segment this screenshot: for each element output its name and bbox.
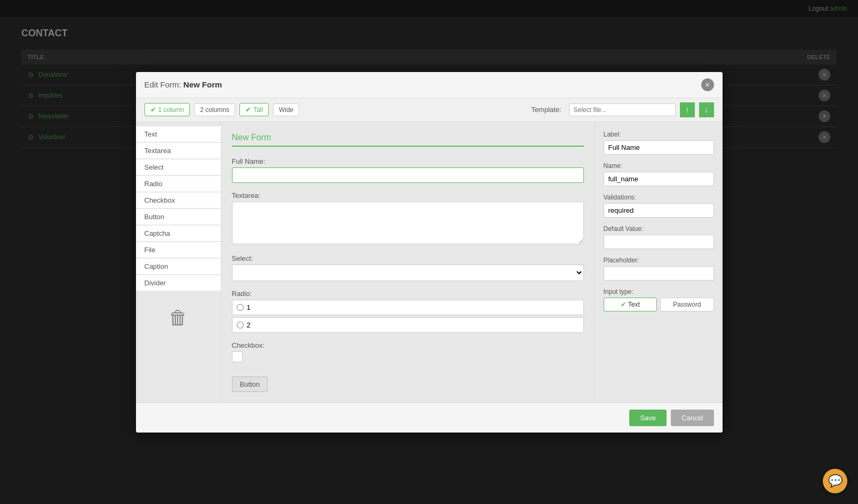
download-button[interactable]: ↓ bbox=[699, 102, 714, 117]
panel-placeholder-group: Placeholder: bbox=[604, 257, 714, 281]
full-name-input[interactable] bbox=[232, 167, 584, 183]
name-field-label: Name: bbox=[604, 162, 714, 170]
sidebar-item-textarea[interactable]: Textarea bbox=[136, 143, 221, 158]
radio-option-1[interactable]: 1 bbox=[232, 300, 584, 315]
panel-input-type-group: Input type: ✔ Text Password bbox=[604, 288, 714, 311]
name-field-input[interactable] bbox=[604, 172, 714, 186]
radio-input-2[interactable] bbox=[237, 322, 244, 329]
form-submit-button[interactable]: Button bbox=[232, 377, 268, 392]
cancel-button[interactable]: Cancel bbox=[671, 410, 713, 426]
select-label: Select: bbox=[232, 254, 584, 262]
modal-close-button[interactable]: × bbox=[701, 78, 714, 91]
modal-header: Edit Form: New Form × bbox=[136, 72, 723, 98]
field-select: Select: bbox=[232, 254, 584, 281]
input-type-password-button[interactable]: Password bbox=[660, 298, 714, 311]
trash-icon: 🗑 bbox=[169, 307, 188, 329]
chat-icon: 💬 bbox=[828, 474, 843, 488]
label-field-label: Label: bbox=[604, 131, 714, 138]
one-column-label: 1 column bbox=[158, 106, 185, 114]
placeholder-input[interactable] bbox=[604, 266, 714, 281]
input-type-label: Input type: bbox=[604, 288, 714, 295]
default-value-input[interactable] bbox=[604, 235, 714, 249]
input-type-text-button[interactable]: ✔ Text bbox=[604, 298, 657, 311]
modal-toolbar: ✔ 1 column 2 columns ✔ Tall Wide Templat… bbox=[136, 98, 723, 122]
modal-title: Edit Form: New Form bbox=[145, 80, 222, 89]
trash-area: 🗑 bbox=[136, 296, 221, 340]
form-title-bar: New Form bbox=[232, 133, 584, 147]
tall-label: Tall bbox=[253, 106, 263, 114]
sidebar-item-captcha[interactable]: Captcha bbox=[136, 226, 221, 241]
panel-label-group: Label: bbox=[604, 131, 714, 155]
sidebar-item-caption[interactable]: Caption bbox=[136, 259, 221, 274]
sidebar-item-checkbox[interactable]: Checkbox bbox=[136, 193, 221, 208]
field-textarea: Textarea: bbox=[232, 191, 584, 246]
sidebar: Text Textarea Select Radio Checkbox Butt… bbox=[136, 122, 221, 403]
checkbox-label: Checkbox: bbox=[232, 341, 584, 349]
select-input[interactable] bbox=[232, 265, 584, 281]
canvas-form-title: New Form bbox=[232, 133, 271, 142]
radio-option-2[interactable]: 2 bbox=[232, 317, 584, 333]
edit-form-modal: Edit Form: New Form × ✔ 1 column 2 colum… bbox=[136, 72, 723, 433]
template-label: Template: bbox=[531, 106, 561, 114]
two-columns-button[interactable]: 2 columns bbox=[194, 103, 235, 116]
sidebar-item-select[interactable]: Select bbox=[136, 159, 221, 175]
checkbox-input[interactable] bbox=[232, 351, 243, 362]
input-type-row: ✔ Text Password bbox=[604, 298, 714, 311]
text-type-label: Text bbox=[628, 301, 640, 308]
right-panel: Label: Name: Validations: Default Value:… bbox=[595, 122, 723, 403]
field-checkbox: Checkbox: bbox=[232, 341, 584, 364]
password-type-label: Password bbox=[673, 301, 701, 308]
field-full-name: Full Name: bbox=[232, 157, 584, 183]
title-prefix: Edit Form: bbox=[145, 80, 181, 89]
label-field-input[interactable] bbox=[604, 140, 714, 155]
form-canvas: New Form Full Name: Textarea: Select: bbox=[221, 122, 595, 403]
sidebar-item-radio[interactable]: Radio bbox=[136, 176, 221, 191]
sidebar-item-file[interactable]: File bbox=[136, 242, 221, 258]
check-icon: ✔ bbox=[150, 106, 156, 114]
tall-button[interactable]: ✔ Tall bbox=[239, 103, 269, 116]
placeholder-label: Placeholder: bbox=[604, 257, 714, 264]
full-name-label: Full Name: bbox=[232, 157, 584, 165]
form-name: New Form bbox=[183, 80, 222, 89]
modal-footer: Save Cancel bbox=[136, 403, 723, 433]
one-column-button[interactable]: ✔ 1 column bbox=[145, 103, 190, 116]
panel-name-group: Name: bbox=[604, 162, 714, 186]
wide-label: Wide bbox=[279, 106, 293, 114]
textarea-label: Textarea: bbox=[232, 191, 584, 199]
sidebar-item-text[interactable]: Text bbox=[136, 126, 221, 142]
field-radio: Radio: 1 2 bbox=[232, 290, 584, 333]
radio-label: Radio: bbox=[232, 290, 584, 298]
panel-validations-group: Validations: bbox=[604, 194, 714, 218]
radio-input-1[interactable] bbox=[237, 304, 244, 311]
wide-button[interactable]: Wide bbox=[273, 103, 299, 116]
two-columns-label: 2 columns bbox=[200, 106, 229, 114]
check-icon: ✔ bbox=[245, 106, 251, 114]
validations-label: Validations: bbox=[604, 194, 714, 201]
sidebar-item-button[interactable]: Button bbox=[136, 209, 221, 225]
upload-button[interactable]: ↑ bbox=[680, 102, 695, 117]
textarea-input[interactable] bbox=[232, 202, 584, 244]
modal-body: Text Textarea Select Radio Checkbox Butt… bbox=[136, 122, 723, 403]
validations-input[interactable] bbox=[604, 203, 714, 218]
panel-default-value-group: Default Value: bbox=[604, 225, 714, 249]
template-input[interactable] bbox=[569, 103, 676, 116]
save-button[interactable]: Save bbox=[629, 410, 667, 426]
default-value-label: Default Value: bbox=[604, 225, 714, 233]
modal-overlay: Edit Form: New Form × ✔ 1 column 2 colum… bbox=[0, 0, 858, 504]
check-icon: ✔ bbox=[621, 301, 626, 308]
chat-button[interactable]: 💬 bbox=[823, 469, 847, 493]
sidebar-item-divider[interactable]: Divider bbox=[136, 275, 221, 291]
